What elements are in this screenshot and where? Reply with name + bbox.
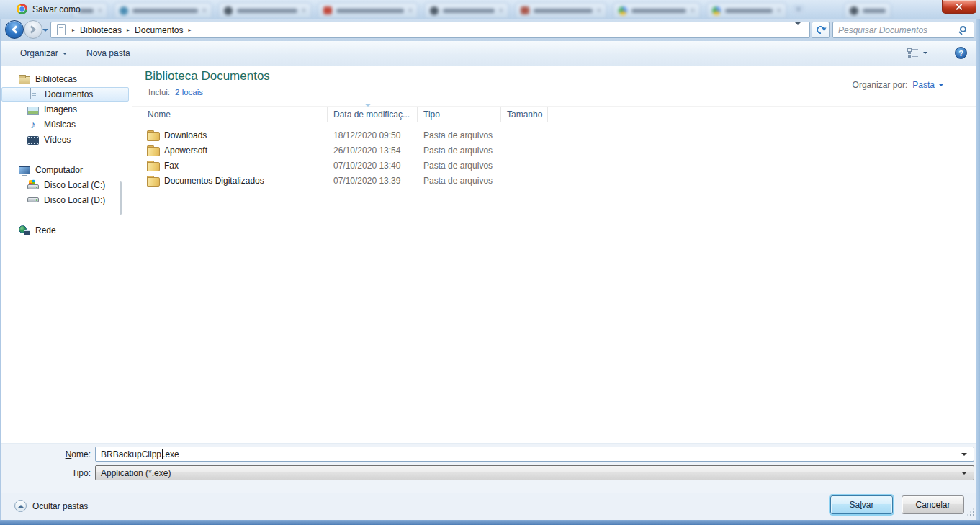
file-date: 07/10/2020 13:40 xyxy=(333,161,400,171)
chevron-down-icon xyxy=(938,84,944,86)
computer-icon xyxy=(19,166,30,174)
filename-extension-text: .exe xyxy=(163,449,179,459)
sidebar-item-disco-c[interactable]: Disco Local (C:) xyxy=(0,178,105,192)
file-type: Pasta de arquivos xyxy=(423,145,493,156)
column-header-data[interactable]: Data de modificaç... xyxy=(328,107,418,122)
sidebar-item-computador[interactable]: Computador xyxy=(0,163,83,176)
close-button[interactable] xyxy=(942,0,976,14)
documents-icon xyxy=(30,88,31,99)
background-browser-tab: × xyxy=(515,2,607,19)
hide-folders-label: Ocultar pastas xyxy=(32,501,88,511)
file-list-pane: Biblioteca Documentos Inclui:2 locais Or… xyxy=(132,66,980,443)
new-folder-button[interactable]: Nova pasta xyxy=(86,48,130,58)
address-history-dropdown[interactable] xyxy=(789,25,806,35)
chrome-app-icon xyxy=(17,4,27,14)
arrange-by: Organizar por: Pasta xyxy=(853,80,944,90)
cancel-button[interactable]: Cancelar xyxy=(902,495,964,514)
recent-pages-dropdown-icon[interactable] xyxy=(42,29,48,32)
list-view-icon xyxy=(907,48,919,58)
change-view-button[interactable] xyxy=(907,48,927,58)
organize-menu-button[interactable]: Organizar xyxy=(20,48,67,58)
sidebar-item-label: Bibliotecas xyxy=(35,74,77,84)
window-border-left xyxy=(0,19,1,520)
forward-arrow-icon xyxy=(27,25,35,33)
breadcrumb-expand-arrow[interactable]: ▸ xyxy=(68,27,78,33)
arrange-by-dropdown[interactable]: Pasta xyxy=(912,80,944,90)
search-icon xyxy=(960,26,966,32)
window-title: Salvar como xyxy=(32,4,81,14)
sidebar-item-label: Imagens xyxy=(44,104,77,115)
sidebar-item-label: Vídeos xyxy=(44,135,71,145)
file-row-apowersoft[interactable]: Apowersoft 26/10/2020 13:54 Pasta de arq… xyxy=(132,143,980,158)
breadcrumb-item-bibliotecas[interactable]: Bibliotecas xyxy=(78,25,123,35)
sidebar-item-bibliotecas[interactable]: Bibliotecas xyxy=(0,72,77,86)
network-icon xyxy=(19,225,30,236)
sidebar-item-videos[interactable]: Vídeos xyxy=(0,133,71,146)
resize-grip[interactable] xyxy=(966,507,974,516)
background-new-tab-button: + xyxy=(793,5,804,14)
includes-label: Inclui: xyxy=(148,88,170,97)
file-date: 26/10/2020 13:54 xyxy=(333,145,400,156)
chevron-down-icon xyxy=(961,472,967,475)
search-input[interactable] xyxy=(833,25,960,35)
help-button[interactable]: ? xyxy=(955,47,967,59)
filetype-label: Tipo: xyxy=(0,468,91,478)
sidebar-item-documentos[interactable]: Documentos xyxy=(1,87,129,102)
forward-button[interactable] xyxy=(24,20,42,39)
file-row-fax[interactable]: Fax 07/10/2020 13:40 Pasta de arquivos xyxy=(132,158,980,174)
save-button[interactable]: Salvar xyxy=(830,495,893,514)
sidebar-item-rede[interactable]: Rede xyxy=(0,223,56,237)
filename-dropdown-button[interactable] xyxy=(955,447,974,461)
drive-c-icon xyxy=(27,179,39,191)
file-name: Downloads xyxy=(164,130,207,140)
column-header-tipo[interactable]: Tipo xyxy=(418,107,501,122)
background-browser-tab: × xyxy=(318,2,418,19)
includes-locations-link[interactable]: 2 locais xyxy=(175,88,203,97)
drive-d-icon xyxy=(27,194,39,206)
breadcrumb[interactable]: ▸ Bibliotecas ▸ Documentos ▸ xyxy=(50,22,810,38)
command-toolbar: Organizar Nova pasta ? xyxy=(0,41,980,66)
sidebar-scrollbar-thumb[interactable] xyxy=(120,181,122,215)
new-folder-label: Nova pasta xyxy=(86,48,130,58)
navigation-pane: Bibliotecas Documentos Imagens ♪ Músicas… xyxy=(0,66,132,443)
folder-icon xyxy=(147,176,159,186)
library-title: Biblioteca Documentos xyxy=(145,69,270,84)
music-icon: ♪ xyxy=(27,119,39,130)
breadcrumb-expand-arrow[interactable]: ▸ xyxy=(184,27,194,33)
file-date: 07/10/2020 13:39 xyxy=(333,176,400,186)
column-header-nome[interactable]: Nome xyxy=(132,107,328,122)
file-row-downloads[interactable]: Downloads 18/12/2020 09:50 Pasta de arqu… xyxy=(132,128,980,143)
sidebar-item-musicas[interactable]: ♪ Músicas xyxy=(0,117,76,131)
sidebar-item-label: Rede xyxy=(35,225,56,235)
chevron-down-icon xyxy=(923,52,927,54)
back-button[interactable] xyxy=(5,20,24,39)
hide-folders-button[interactable]: Ocultar pastas xyxy=(14,500,88,512)
collapse-circle xyxy=(14,500,27,512)
background-browser-tab: × xyxy=(218,2,312,19)
background-browser-tab: × xyxy=(706,2,787,19)
title-bar: × × × × × × × × + Salvar como xyxy=(0,0,980,19)
window-border-bottom xyxy=(0,520,980,525)
triangle-up-icon xyxy=(18,505,24,508)
sidebar-item-label: Músicas xyxy=(44,120,76,130)
file-name: Fax xyxy=(164,161,179,171)
breadcrumb-expand-arrow[interactable]: ▸ xyxy=(123,27,133,33)
filename-input[interactable]: BRBackupClipp .exe xyxy=(95,447,974,462)
breadcrumb-item-documentos[interactable]: Documentos xyxy=(133,25,184,35)
document-location-icon xyxy=(57,24,66,35)
organize-label: Organizar xyxy=(20,48,58,58)
arrange-by-label: Organizar por: xyxy=(853,80,908,90)
file-name: Documentos Digitalizados xyxy=(164,176,264,186)
refresh-button[interactable] xyxy=(812,22,830,38)
file-type: Pasta de arquivos xyxy=(423,176,493,186)
background-browser-tab: × xyxy=(114,2,212,19)
file-row-documentos-digitalizados[interactable]: Documentos Digitalizados 07/10/2020 13:3… xyxy=(132,174,980,189)
sidebar-item-disco-d[interactable]: Disco Local (D:) xyxy=(0,193,105,207)
background-browser-tab xyxy=(844,2,891,19)
filetype-select[interactable]: Application (*.exe) xyxy=(95,465,974,480)
sidebar-item-imagens[interactable]: Imagens xyxy=(0,102,77,116)
file-name: Apowersoft xyxy=(164,145,207,156)
filetype-dropdown-button[interactable] xyxy=(955,466,974,480)
column-header-tamanho[interactable]: Tamanho xyxy=(501,107,548,122)
file-date: 18/12/2020 09:50 xyxy=(333,130,400,140)
